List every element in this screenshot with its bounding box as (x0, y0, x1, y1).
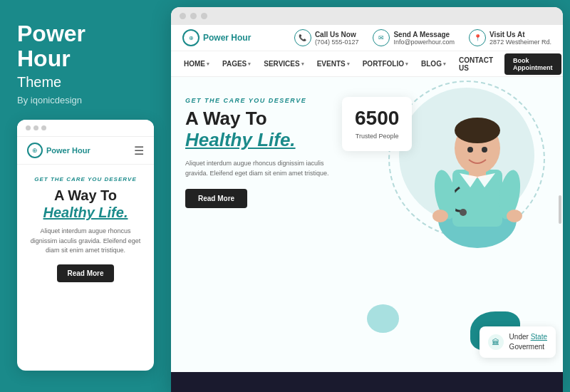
mobile-dots (26, 125, 46, 130)
hamburger-icon[interactable]: ☰ (134, 144, 144, 158)
stats-card: 6500 Trusted People (342, 97, 412, 151)
mobile-logo-area: ⊕ Power Hour (27, 143, 90, 158)
nav-contact[interactable]: CONTACT US (457, 56, 494, 72)
navbar: HOME ▾ PAGES ▾ SERVICES ▾ EVENTS ▾ PORTF… (171, 51, 563, 77)
contact-address: 📍 Visit Us At 2872 Westheimer Rd. (469, 29, 551, 46)
mobile-dot-1 (26, 125, 31, 130)
mobile-content: GET THE CARE YOU DESERVE A Way To Health… (17, 165, 154, 371)
brand-title: Power Hour (17, 21, 154, 71)
nav-events[interactable]: EVENTS ▾ (316, 60, 351, 68)
svg-point-8 (432, 210, 448, 222)
topbar: ⊕ Power Hour 📞 Call Us Now (704) 555-012… (171, 25, 563, 51)
mobile-dot-3 (41, 125, 46, 130)
browser-window: ⊕ Power Hour 📞 Call Us Now (704) 555-012… (171, 7, 563, 392)
under-state-card: 🏛 Under State Goverment (480, 326, 556, 358)
site-wrapper: ⊕ Power Hour 📞 Call Us Now (704) 555-012… (171, 25, 563, 392)
mobile-card-header (17, 120, 154, 137)
mobile-logo-text: Power Hour (46, 146, 90, 155)
browser-bar (171, 7, 563, 25)
book-appointment-button[interactable]: Book Appointment (504, 53, 561, 75)
under-state-text: Under State Goverment (509, 332, 547, 352)
mobile-desc: Aliquet interdum augue rhoncus dignissim… (27, 227, 144, 256)
browser-dot-2 (190, 13, 197, 19)
nav-home[interactable]: HOME ▾ (182, 60, 211, 68)
hero-section: GET THE CARE YOU DESERVE A Way To Health… (171, 77, 563, 372)
brand-by: By iqonicdesign (17, 95, 154, 105)
site-logo-text: Power Hour (203, 33, 251, 43)
mobile-preview-card: ⊕ Power Hour ☰ GET THE CARE YOU DESERVE … (17, 120, 154, 371)
phone-icon: 📞 (294, 29, 311, 46)
svg-point-3 (455, 118, 500, 143)
footer-strip (171, 372, 563, 392)
nav-portfolio[interactable]: PORTFOLIO ▾ (361, 60, 410, 68)
mobile-read-more-button[interactable]: Read More (57, 264, 114, 282)
hero-read-more-button[interactable]: Read More (185, 189, 247, 208)
mobile-tag: GET THE CARE YOU DESERVE (27, 176, 144, 182)
left-panel: Power Hour Theme By iqonicdesign ⊕ Power… (0, 0, 171, 392)
browser-dot-1 (180, 13, 186, 19)
doctor-illustration (406, 77, 549, 248)
nav-pages[interactable]: PAGES ▾ (221, 60, 252, 68)
mobile-logo-icon: ⊕ (27, 143, 43, 158)
mobile-nav: ⊕ Power Hour ☰ (17, 137, 154, 165)
svg-point-11 (482, 147, 487, 153)
svg-point-10 (467, 147, 473, 153)
nav-services[interactable]: SERVICES ▾ (262, 60, 305, 68)
svg-point-9 (507, 210, 522, 222)
brand-subtitle: Theme (17, 74, 154, 91)
mobile-heading: A Way To Healthy Life. (27, 187, 144, 221)
location-icon: 📍 (469, 29, 486, 46)
nav-blog[interactable]: BLOG ▾ (420, 60, 447, 68)
email-icon: ✉ (373, 29, 390, 46)
browser-dot-3 (201, 13, 207, 19)
stats-number: 6500 (355, 107, 399, 130)
site-logo: ⊕ Power Hour (182, 29, 251, 46)
stats-label: Trusted People (355, 132, 399, 141)
contact-phone: 📞 Call Us Now (704) 555-0127 (294, 29, 359, 46)
svg-point-5 (460, 209, 467, 216)
site-logo-icon: ⊕ (182, 29, 200, 46)
contact-email: ✉ Send A Message Info@powerhour.com (373, 29, 455, 46)
mobile-dot-2 (33, 125, 38, 130)
scrollbar-thumb[interactable] (559, 195, 561, 224)
hero-description: Aliquet interdum augue rhoncus dignissim… (185, 158, 342, 179)
government-icon: 🏛 (488, 334, 504, 350)
